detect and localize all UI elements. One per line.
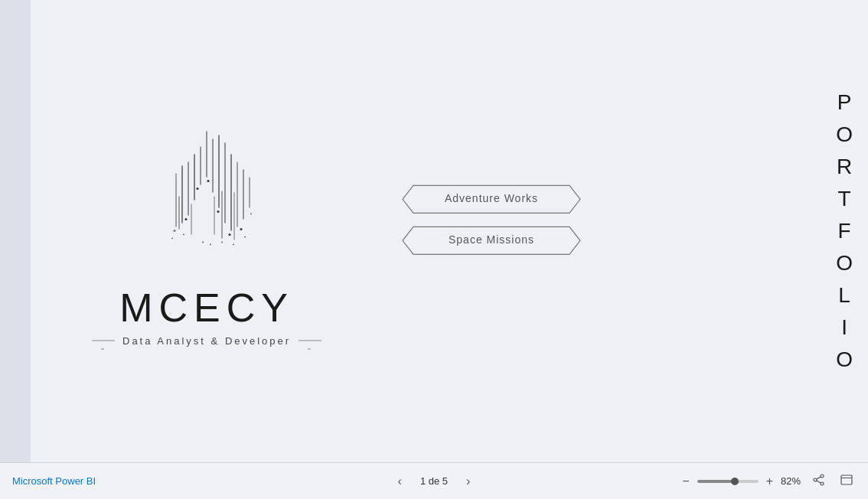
portfolio-letter-o2: O [836,247,853,279]
page-indicator: 1 de 5 [420,475,448,487]
adventure-works-banner[interactable]: Adventure Works [400,182,583,216]
slide-content: MCECY Data Analyst & Developer Adventure… [31,0,868,462]
subtitle-line-right [299,341,321,341]
portfolio-letter-o1: O [836,119,853,151]
zoom-slider-track[interactable] [697,480,759,483]
portfolio-vertical-text: P O R T F O L I O [836,0,853,462]
svg-point-35 [821,475,824,478]
status-right: − + 82% [679,471,856,491]
svg-point-30 [244,236,246,238]
portfolio-letter-l: L [838,279,850,311]
svg-point-18 [185,218,188,220]
subtitle-line-left [92,341,115,341]
powerbi-link[interactable]: Microsoft Power BI [12,475,96,487]
svg-line-39 [817,481,821,483]
svg-text:Adventure Works: Adventure Works [445,192,538,204]
share-button[interactable] [810,471,828,491]
portfolio-letter-p: P [837,86,852,119]
left-strip [0,0,31,499]
svg-point-13 [207,180,210,182]
svg-point-36 [814,478,817,481]
svg-point-26 [210,244,211,246]
portfolio-letter-r: R [837,151,852,183]
page-navigation: ‹ 1 de 5 › [392,471,477,491]
portfolio-letter-i: I [841,311,847,344]
zoom-out-button[interactable]: − [679,475,692,488]
svg-point-19 [174,230,176,232]
brand-subtitle-text: Data Analyst & Developer [122,335,291,347]
brand-name: MCECY [119,285,294,331]
svg-point-16 [240,228,243,230]
zoom-value: 82% [781,475,801,487]
portfolio-letter-o3: O [836,344,853,376]
portfolio-letter-f: F [838,215,851,247]
fullscreen-button[interactable] [837,471,856,491]
portfolio-letter-t: T [838,183,851,215]
status-left: Microsoft Power BI [12,475,96,487]
svg-point-31 [250,214,252,215]
svg-point-15 [229,233,231,236]
banners-section: Adventure Works Space Missions [400,182,583,257]
status-bar: Microsoft Power BI ‹ 1 de 5 › − + 82% [0,462,868,499]
logo-section: MCECY Data Analyst & Developer [92,116,321,347]
svg-point-25 [202,242,204,243]
svg-text:Space Missions: Space Missions [449,233,534,246]
svg-rect-40 [841,475,852,484]
slide-area: MCECY Data Analyst & Developer Adventure… [31,0,868,462]
svg-point-28 [183,234,184,236]
svg-point-32 [171,238,173,240]
scatter-visualization [130,116,283,269]
zoom-slider-thumb[interactable] [731,478,739,485]
svg-point-14 [217,210,220,213]
svg-point-17 [197,188,199,190]
prev-page-button[interactable]: ‹ [392,471,408,491]
space-missions-banner[interactable]: Space Missions [400,223,583,257]
zoom-control: − + 82% [679,475,801,488]
svg-line-38 [817,477,821,479]
svg-point-27 [221,242,223,243]
brand-subtitle: Data Analyst & Developer [92,335,321,347]
zoom-in-button[interactable]: + [763,475,776,488]
svg-point-29 [233,244,234,246]
svg-point-37 [821,482,824,485]
next-page-button[interactable]: › [460,471,476,491]
